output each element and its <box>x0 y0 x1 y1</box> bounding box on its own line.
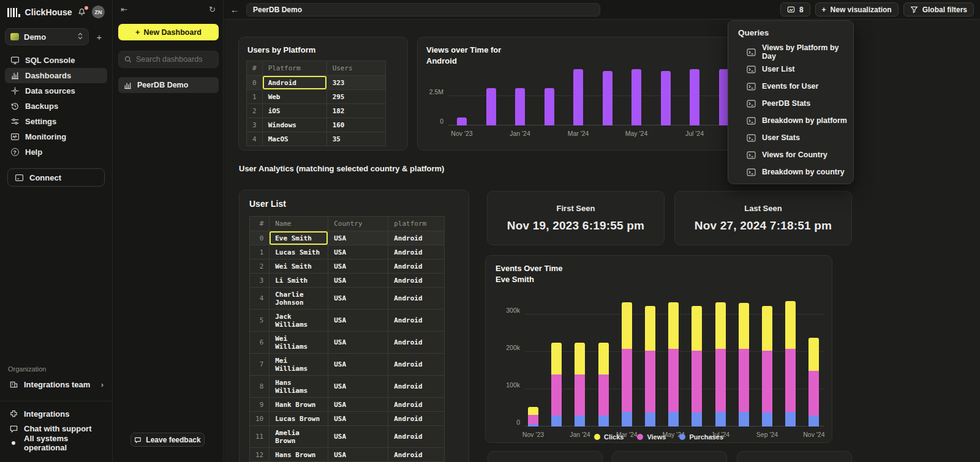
sidebar-item-backups[interactable]: Backups <box>5 99 107 114</box>
events-bar-Jan24[interactable] <box>575 343 585 427</box>
column-header[interactable]: # <box>247 61 263 76</box>
column-header[interactable]: platform <box>388 217 445 231</box>
table-cell[interactable]: Android <box>388 426 445 448</box>
collapse-panel-icon[interactable]: ⇤ <box>121 5 127 14</box>
views-bar-Nov23[interactable] <box>457 117 467 125</box>
table-cell[interactable]: 160 <box>326 118 385 132</box>
sidebar-item-data-sources[interactable]: Data sources <box>5 83 107 99</box>
table-row[interactable]: 10Lucas BrownUSAAndroid <box>250 412 445 426</box>
refresh-icon[interactable]: ↻ <box>209 5 216 14</box>
events-bar-Nov24[interactable] <box>809 338 819 427</box>
table-cell[interactable]: USA <box>328 310 388 332</box>
table-row[interactable]: 8Hans WilliamsUSAAndroid <box>250 376 445 398</box>
table-cell[interactable]: USA <box>328 354 388 376</box>
table-cell[interactable]: Web <box>262 90 326 104</box>
table-cell[interactable]: Android <box>388 376 445 398</box>
table-cell[interactable]: 5 <box>250 310 270 332</box>
new-visualization-button[interactable]: + New visualization <box>815 2 899 17</box>
events-bar-Sep24[interactable] <box>762 306 772 427</box>
table-cell[interactable]: Jack Williams <box>270 310 328 332</box>
table-cell[interactable]: Android <box>388 259 445 274</box>
events-bar-Aug24[interactable] <box>739 303 749 427</box>
table-cell[interactable]: Lucas Brown <box>270 412 328 426</box>
table-cell[interactable]: 4 <box>247 132 263 146</box>
table-row[interactable]: 3Windows160 <box>247 118 386 132</box>
table-cell[interactable]: Mei Williams <box>270 354 328 376</box>
dashboard-list-item[interactable]: PeerDB Demo <box>118 77 219 93</box>
table-cell[interactable]: Android <box>388 398 445 412</box>
table-cell[interactable]: USA <box>328 245 388 259</box>
table-cell[interactable]: 7 <box>250 354 270 376</box>
sidebar-item-sql-console[interactable]: SQL Console <box>5 53 107 68</box>
column-header[interactable]: Name <box>270 217 328 231</box>
table-cell[interactable]: Android <box>388 412 445 426</box>
views-bar-Feb24[interactable] <box>545 88 554 125</box>
events-bar-Jul24[interactable] <box>715 302 726 427</box>
table-row[interactable]: 2Wei SmithUSAAndroid <box>250 259 445 274</box>
workspace-select[interactable]: Demo <box>5 28 89 45</box>
table-cell[interactable]: 3 <box>250 274 270 288</box>
table-cell[interactable]: Li Smith <box>270 274 328 288</box>
table-cell[interactable]: 3 <box>247 118 263 132</box>
legend-item-clicks[interactable]: Clicks <box>594 433 624 441</box>
table-cell[interactable]: 11 <box>250 426 270 448</box>
views-bar-May24[interactable] <box>631 69 641 125</box>
table-row[interactable]: 0Eve SmithUSAAndroid <box>250 231 445 245</box>
search-dashboards-field[interactable] <box>118 51 219 68</box>
table-row[interactable]: 4MacOS35 <box>247 132 386 146</box>
table-cell[interactable]: iOS <box>262 104 326 118</box>
back-arrow-icon[interactable]: ← <box>230 4 241 15</box>
query-item[interactable]: User List <box>738 61 853 78</box>
connect-button[interactable]: Connect <box>7 168 105 187</box>
table-cell[interactable]: 10 <box>250 412 270 426</box>
table-cell[interactable]: 182 <box>326 104 385 118</box>
table-cell[interactable]: USA <box>328 448 388 462</box>
table-row[interactable]: 3Li SmithUSAAndroid <box>250 274 445 288</box>
table-cell[interactable]: Eve Smith <box>270 231 328 245</box>
query-item[interactable]: Breakdown by country <box>738 163 853 181</box>
table-cell[interactable]: MacOS <box>262 132 326 146</box>
table-cell[interactable]: 35 <box>326 132 385 146</box>
table-row[interactable]: 5Jack WilliamsUSAAndroid <box>250 310 445 332</box>
table-row[interactable]: 0Android323 <box>247 76 386 90</box>
views-bar-Jun24[interactable] <box>661 71 671 125</box>
table-cell[interactable]: USA <box>328 376 388 398</box>
table-cell[interactable]: USA <box>328 332 388 354</box>
table-cell[interactable]: USA <box>328 274 388 288</box>
leave-feedback-button[interactable]: Leave feedback <box>130 433 205 447</box>
events-bar-Dec23[interactable] <box>551 343 562 427</box>
table-row[interactable]: 12Hans BrownUSAAndroid <box>250 448 445 462</box>
column-header[interactable]: Country <box>328 217 388 231</box>
table-cell[interactable]: USA <box>328 259 388 274</box>
query-item[interactable]: User Stats <box>738 129 853 146</box>
column-header[interactable]: Users <box>326 61 385 76</box>
organization-team-item[interactable]: Integrations team › <box>5 376 107 392</box>
table-cell[interactable]: Windows <box>262 118 326 132</box>
table-cell[interactable]: 8 <box>250 376 270 398</box>
table-row[interactable]: 1Lucas SmithUSAAndroid <box>250 245 445 259</box>
views-bar-Apr24[interactable] <box>603 71 612 125</box>
table-cell[interactable]: 6 <box>250 332 270 354</box>
table-cell[interactable]: 12 <box>250 448 270 462</box>
table-row[interactable]: 11Amelia BrownUSAAndroid <box>250 426 445 448</box>
table-cell[interactable]: 2 <box>250 259 270 274</box>
column-header[interactable]: # <box>250 217 270 231</box>
sidebar-item-help[interactable]: ?Help <box>5 144 107 160</box>
table-cell[interactable]: Android <box>388 288 445 310</box>
table-cell[interactable]: Android <box>388 274 445 288</box>
dashboard-title-input[interactable] <box>246 3 600 17</box>
table-cell[interactable]: Android <box>262 76 326 90</box>
query-item[interactable]: Breakdown by platform <box>738 112 853 129</box>
search-dashboards-input[interactable] <box>136 55 209 64</box>
table-cell[interactable]: USA <box>328 231 388 245</box>
table-cell[interactable]: Android <box>388 231 445 245</box>
views-bar-Dec23[interactable] <box>486 88 496 125</box>
table-cell[interactable]: 0 <box>247 76 263 90</box>
events-bar-Mar24[interactable] <box>622 302 632 427</box>
legend-item-purchases[interactable]: Purchases <box>679 433 723 441</box>
table-cell[interactable]: Android <box>388 448 445 462</box>
column-header[interactable]: Platform <box>262 61 326 76</box>
events-bar-Nov23[interactable] <box>528 407 538 427</box>
table-cell[interactable]: Hank Brown <box>270 398 328 412</box>
table-row[interactable]: 1Web295 <box>247 90 386 104</box>
